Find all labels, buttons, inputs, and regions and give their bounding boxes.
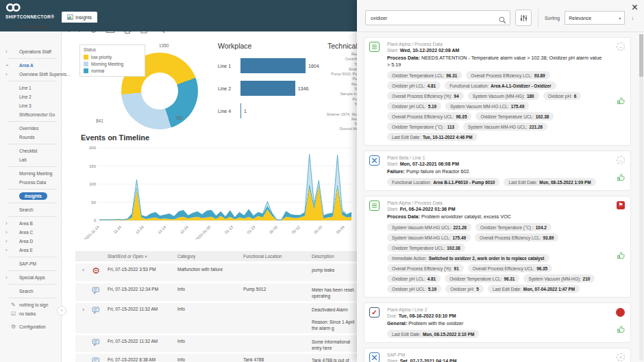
sidebar-item[interactable] [8, 166, 57, 167]
sidebar-item[interactable]: Overrides [0, 124, 61, 133]
field-chip: System Vacuum MM-HG LCL:175.49 [387, 233, 471, 242]
result-card[interactable]: ✓ Plant Alpha / Line 2 Due: Tue, 08-16-2… [364, 302, 631, 343]
sidebar-item-label: Configuration [19, 324, 46, 329]
sidebar-item[interactable] [8, 216, 57, 217]
status-none-icon[interactable]: – [617, 42, 625, 51]
technical-location-line: Ta [267, 122, 358, 127]
col-functional-location[interactable]: Functional Location [243, 254, 312, 259]
task-check-icon: ✓ [369, 307, 380, 318]
row-expander[interactable]: › [75, 307, 84, 313]
result-source: SAP-PM [387, 352, 603, 358]
sidebar-item[interactable]: Line 1 [0, 83, 61, 92]
sidebar-item[interactable]: Search [0, 287, 61, 296]
sidebar-item[interactable] [8, 81, 57, 81]
status-add-icon[interactable]: + [617, 353, 625, 361]
thumbs-up-icon[interactable] [617, 324, 626, 337]
sidebar-item[interactable]: ›Special Apps [0, 273, 61, 282]
legend-item[interactable]: Morning Meeting [84, 60, 141, 67]
sidebar-item[interactable]: Checklist [0, 146, 61, 155]
sidebar-item-label: Insights [19, 192, 47, 200]
status-red-dot-icon[interactable] [616, 308, 625, 317]
field-chip: System Vacuum (MM-HG):180 [468, 92, 539, 100]
table-row[interactable]: › Fri, 07-15-2022 11:32 AM Info Deactiva… [75, 303, 358, 333]
sidebar-item[interactable]: Line 3 [0, 101, 61, 110]
sidebar-item[interactable] [8, 298, 57, 298]
sidebar-item-label: Special Apps [19, 275, 45, 280]
svg-text:2021-11-14: 2021-11-14 [84, 224, 100, 240]
col-start-end[interactable]: Start/End or Open ▾ [108, 254, 177, 259]
sorting-dropdown[interactable]: Relevance ▾ [565, 11, 625, 25]
sidebar-item[interactable]: ›Area A [0, 61, 61, 70]
field-chip: Oxidizer pH UCL:5.19 [387, 285, 441, 293]
search-input[interactable] [365, 10, 510, 25]
table-row[interactable]: Fri, 07-15-2022 8:38 AM Info Tank 4788 T… [75, 354, 358, 362]
result-body: General: Problem with the oxidizer [387, 320, 603, 327]
sidebar-item[interactable]: ☑no tasks [0, 309, 61, 318]
col-description[interactable]: Description [312, 253, 358, 259]
sidebar-item[interactable]: ⚙Configuration [0, 322, 61, 331]
sidebar-item[interactable] [8, 270, 57, 271]
sidebar-item[interactable] [8, 121, 57, 122]
table-row[interactable]: Fri, 07-15-2022 12:34 PM Info Pump 5012 … [75, 283, 358, 301]
scrollbar[interactable] [639, 34, 643, 361]
sidebar-item-label: Area E [19, 248, 33, 253]
sidebar-item-label: Area B [19, 221, 33, 226]
result-card[interactable]: Plant Beta / Line 1 Start: Mon, 07-12-20… [364, 151, 631, 191]
events-table: Start/End or Open ▾ Category Functional … [75, 251, 358, 362]
sidebar-item[interactable]: ›Area E [0, 246, 61, 255]
scrollbar-thumb[interactable] [639, 34, 643, 77]
sidebar-item[interactable]: Morning Meeting [0, 169, 61, 178]
sidebar-item[interactable] [8, 144, 57, 144]
sidebar-item[interactable]: Rounds [0, 133, 61, 142]
sidebar-item[interactable]: SAP-PM [0, 259, 61, 268]
legend-title: Status [84, 47, 141, 52]
sidebar-item[interactable]: Shiftconnector Go [0, 110, 61, 119]
sidebar-item[interactable]: ›Area B [0, 219, 61, 228]
donut-value-normal: 760 [175, 116, 183, 120]
sidebar-item[interactable]: Process Data [0, 178, 61, 187]
status-none-icon[interactable]: – [617, 156, 625, 164]
sidebar-item[interactable] [8, 203, 57, 203]
tab-insights[interactable]: Insights [62, 12, 97, 23]
chevron-icon: › [5, 238, 9, 244]
sidebar-item[interactable]: Line 2 [0, 92, 61, 101]
search-icon[interactable] [499, 14, 506, 27]
sidebar-item-label: Lab [19, 157, 27, 162]
sidebar-item[interactable]: Insights [0, 192, 61, 201]
chevron-icon: › [5, 220, 9, 227]
events-timeline-chart[interactable]: 0501001502002021-11-1411-2412-0412-1412-… [75, 144, 356, 240]
technical-location-line: Rea [267, 82, 358, 87]
filter-button[interactable] [515, 10, 532, 26]
result-card[interactable]: Plant Alpha / Process Data Start: Fri, 0… [364, 196, 631, 298]
sidebar-item[interactable]: Lab [0, 155, 61, 164]
result-card[interactable]: Plant Alpha / Process Data Start: Wed, 1… [364, 37, 631, 146]
sidebar-item[interactable]: ›Area D [0, 237, 61, 246]
sidebar-item[interactable]: Search [0, 205, 61, 214]
sidebar-item[interactable]: MY MAILBOX [0, 23, 366, 31]
thumbs-up-icon[interactable] [617, 172, 626, 185]
sidebar-item[interactable]: ›Area C [0, 228, 61, 237]
sidebar-item[interactable] [8, 189, 57, 190]
col-category[interactable]: Category [177, 254, 243, 259]
sidebar-collapse-button[interactable]: ‹ [57, 306, 66, 315]
result-card[interactable]: SAP-PM Start: Sat, 07-17-2021 04:14 PM P… [364, 348, 631, 362]
table-row[interactable]: › ⚙ Fri, 07-15-2022 3:53 PM Malfunction … [75, 263, 358, 281]
shiftconnector-app: SHIFTCONNECTOR® Insights ‹ › ›Operations… [0, 0, 644, 362]
thumbs-up-icon[interactable] [617, 96, 626, 108]
sidebar-item[interactable]: ›Operations Staff [0, 47, 61, 56]
svg-text:12-14: 12-14 [157, 224, 166, 234]
sort-direction-icon[interactable]: ↓ [631, 15, 634, 21]
flag-icon[interactable]: ⚑ [617, 201, 625, 209]
legend-item[interactable]: low priority [84, 53, 141, 60]
row-expander[interactable]: › [75, 267, 84, 274]
donut-value-morning-meeting: 841 [96, 118, 103, 123]
sidebar-item[interactable] [8, 284, 57, 285]
thumbs-up-icon[interactable] [617, 250, 626, 263]
svg-text:03-04: 03-04 [336, 224, 345, 234]
sidebar-item[interactable] [8, 58, 57, 59]
legend-item[interactable]: normal [84, 67, 141, 74]
table-row[interactable]: Fri, 07-15-2022 11:32 AM Info Some infor… [75, 335, 358, 352]
sidebar-item[interactable]: ›Overview Shift Supervis... [0, 70, 61, 79]
sidebar-item[interactable] [8, 257, 57, 257]
sidebar-item[interactable]: ✎nothing to sign [0, 300, 61, 309]
